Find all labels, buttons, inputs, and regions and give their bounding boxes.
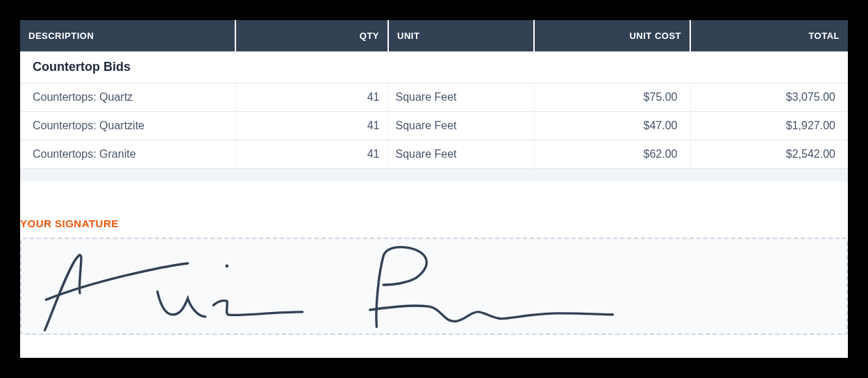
header-unit-cost: UNIT COST: [534, 20, 690, 51]
header-description: DESCRIPTION: [20, 20, 235, 51]
cell-unit: Square Feet: [388, 83, 534, 112]
table-row: Countertops: Quartz 41 Square Feet $75.0…: [20, 83, 848, 112]
signature-label: YOUR SIGNATURE: [20, 217, 848, 229]
header-total: TOTAL: [690, 20, 848, 51]
cell-description: Countertops: Quartz: [20, 83, 235, 112]
cell-qty: 41: [235, 140, 388, 169]
cell-unit-cost: $75.00: [534, 83, 690, 112]
document-container: DESCRIPTION QTY UNIT UNIT COST TOTAL Cou…: [20, 20, 848, 358]
cell-total: $2,542.00: [690, 140, 848, 169]
cell-total: $3,075.00: [690, 83, 848, 112]
cell-description: Countertops: Quartzite: [20, 112, 235, 140]
cell-qty: 41: [235, 83, 388, 112]
header-unit: UNIT: [388, 20, 534, 51]
cell-total: $1,927.00: [690, 112, 848, 140]
table-spacer-row: [20, 169, 848, 181]
section-title: Countertop Bids: [20, 51, 848, 83]
cell-unit: Square Feet: [388, 112, 534, 140]
cell-description: Countertops: Granite: [20, 140, 235, 169]
header-qty: QTY: [235, 20, 388, 51]
cell-unit: Square Feet: [388, 140, 534, 169]
svg-point-0: [225, 264, 228, 268]
signature-section: YOUR SIGNATURE: [20, 217, 848, 335]
cell-unit-cost: $47.00: [534, 112, 690, 140]
signature-box[interactable]: [20, 238, 848, 335]
table-row: Countertops: Granite 41 Square Feet $62.…: [20, 140, 848, 169]
signature-drawing: [22, 239, 846, 334]
bid-table-wrapper: DESCRIPTION QTY UNIT UNIT COST TOTAL Cou…: [20, 20, 848, 181]
table-row: Countertops: Quartzite 41 Square Feet $4…: [20, 112, 848, 140]
bid-table: DESCRIPTION QTY UNIT UNIT COST TOTAL Cou…: [20, 20, 848, 181]
cell-unit-cost: $62.00: [534, 140, 690, 169]
table-section-row: Countertop Bids: [20, 51, 848, 83]
cell-qty: 41: [235, 112, 388, 140]
table-header-row: DESCRIPTION QTY UNIT UNIT COST TOTAL: [20, 20, 848, 51]
